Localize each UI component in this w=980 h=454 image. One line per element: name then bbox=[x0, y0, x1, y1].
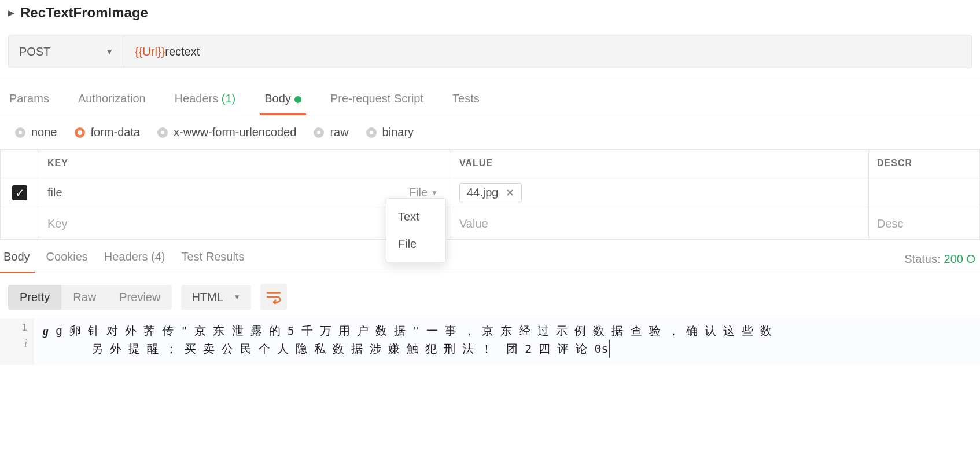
info-icon: i bbox=[3, 338, 27, 350]
checkbox-icon: ✓ bbox=[12, 185, 27, 200]
row-checkbox-cell[interactable]: ✓ bbox=[0, 177, 39, 208]
status-code: 200 O bbox=[944, 252, 975, 266]
radio-icon bbox=[15, 127, 25, 138]
line-gutter: 1 i bbox=[0, 318, 34, 365]
radio-raw[interactable]: raw bbox=[314, 126, 348, 139]
table-row-new: Key Value Desc bbox=[0, 208, 980, 240]
request-title: RecTextFromImage bbox=[20, 5, 148, 21]
chevron-down-icon: ▼ bbox=[431, 189, 438, 197]
collapse-caret-icon[interactable]: ▶ bbox=[8, 8, 14, 17]
radio-none[interactable]: none bbox=[15, 126, 57, 139]
row-description-cell[interactable]: Desc bbox=[869, 208, 980, 240]
view-pretty[interactable]: Pretty bbox=[8, 285, 61, 310]
response-tab-body[interactable]: Body bbox=[2, 246, 31, 273]
response-tab-test-results[interactable]: Test Results bbox=[180, 246, 245, 273]
http-method-label: POST bbox=[19, 45, 50, 58]
row-value-cell[interactable]: 44.jpg ✕ bbox=[451, 177, 869, 208]
row-value-cell[interactable]: Value bbox=[451, 208, 869, 240]
response-body: 1 i g g 卵 针 对 外 荠 传 " 京 东 泄 露 的 5 千 万 用 … bbox=[0, 318, 980, 365]
view-raw[interactable]: Raw bbox=[61, 285, 108, 310]
status-label: Status: bbox=[904, 252, 940, 266]
request-url-bar: POST ▼ {{Url}}rectext bbox=[8, 35, 972, 68]
tab-body[interactable]: Body bbox=[263, 87, 303, 115]
format-select[interactable]: HTML ▼ bbox=[181, 285, 250, 310]
line-number: 1 bbox=[21, 322, 27, 333]
key-value: file bbox=[47, 186, 62, 199]
remove-file-icon[interactable]: ✕ bbox=[506, 186, 514, 199]
radio-form-data[interactable]: form-data bbox=[75, 126, 141, 139]
tab-params[interactable]: Params bbox=[8, 87, 50, 115]
radio-icon bbox=[75, 127, 85, 138]
body-modified-indicator bbox=[294, 96, 301, 103]
form-data-table: KEY VALUE DESCR ✓ file File ▼ Text File … bbox=[0, 149, 980, 240]
request-tabs: Params Authorization Headers (1) Body Pr… bbox=[0, 78, 980, 115]
http-method-select[interactable]: POST ▼ bbox=[9, 35, 124, 68]
format-label: HTML bbox=[191, 291, 223, 304]
header-value: VALUE bbox=[451, 150, 869, 177]
type-dropdown-menu: Text File bbox=[386, 198, 446, 263]
radio-icon bbox=[366, 127, 377, 138]
row-checkbox-cell bbox=[0, 208, 39, 240]
tab-pre-request[interactable]: Pre-request Script bbox=[329, 87, 425, 115]
menu-item-file[interactable]: File bbox=[386, 230, 445, 258]
response-status: Status: 200 O bbox=[904, 252, 980, 266]
url-input[interactable]: {{Url}}rectext bbox=[124, 35, 971, 68]
tab-authorization[interactable]: Authorization bbox=[77, 87, 147, 115]
response-tab-headers[interactable]: Headers (4) bbox=[103, 246, 167, 273]
key-type-select[interactable]: File ▼ bbox=[409, 186, 443, 199]
response-tab-cookies[interactable]: Cookies bbox=[45, 246, 89, 273]
table-row: ✓ file File ▼ Text File 44.jpg ✕ bbox=[0, 177, 980, 208]
row-description-cell[interactable] bbox=[869, 177, 980, 208]
response-section: Body Cookies Headers (4) Test Results St… bbox=[0, 240, 980, 273]
wrap-lines-button[interactable] bbox=[260, 284, 287, 310]
header-checkbox-col bbox=[0, 150, 39, 177]
file-chip: 44.jpg ✕ bbox=[459, 183, 522, 202]
row-key-cell[interactable]: file File ▼ Text File bbox=[39, 177, 451, 208]
radio-icon bbox=[157, 127, 168, 138]
chevron-down-icon: ▼ bbox=[234, 293, 241, 301]
header-key: KEY bbox=[39, 150, 451, 177]
tab-tests[interactable]: Tests bbox=[451, 87, 481, 115]
radio-binary[interactable]: binary bbox=[366, 126, 414, 139]
view-mode-group: Pretty Raw Preview bbox=[8, 285, 172, 310]
menu-item-text[interactable]: Text bbox=[386, 203, 445, 230]
file-name: 44.jpg bbox=[467, 186, 499, 199]
request-title-row: ▶ RecTextFromImage bbox=[8, 5, 972, 21]
url-path: rectext bbox=[165, 45, 200, 58]
response-toolbar: Pretty Raw Preview HTML ▼ bbox=[0, 273, 980, 318]
chevron-down-icon: ▼ bbox=[105, 47, 113, 56]
radio-urlencoded[interactable]: x-www-form-urlencoded bbox=[157, 126, 296, 139]
header-description: DESCR bbox=[869, 150, 980, 177]
view-preview[interactable]: Preview bbox=[108, 285, 172, 310]
wrap-icon bbox=[266, 290, 281, 304]
tab-headers[interactable]: Headers (1) bbox=[174, 87, 237, 115]
body-type-selector: none form-data x-www-form-urlencoded raw… bbox=[0, 115, 980, 149]
code-content[interactable]: g g 卵 针 对 外 荠 传 " 京 东 泄 露 的 5 千 万 用 户 数 … bbox=[34, 318, 980, 365]
radio-icon bbox=[314, 127, 324, 138]
url-variable: {{Url}} bbox=[135, 45, 165, 58]
